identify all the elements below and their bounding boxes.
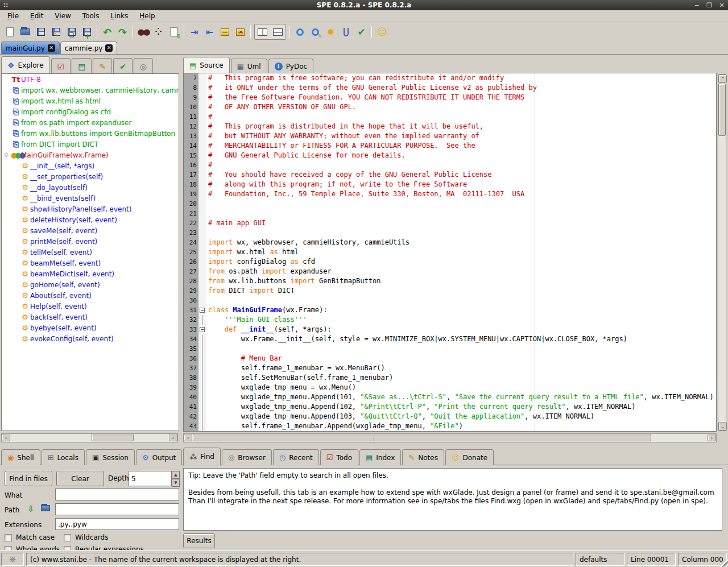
tab-donate[interactable]: ☺Donate — [445, 449, 494, 465]
tree-item[interactable]: ⚙showHistoryPanel(self, event) — [2, 204, 179, 214]
menu-edit[interactable]: Edit — [25, 11, 48, 21]
tree-item[interactable]: TtUTF-8 — [2, 74, 179, 85]
minimize-button[interactable]: ─ — [693, 2, 701, 9]
debug-button[interactable] — [308, 24, 323, 39]
tab-check[interactable]: ✔ — [113, 58, 133, 74]
split-horizontal-button[interactable] — [270, 24, 286, 39]
tree-item[interactable]: ⚙tellMe(self, event) — [2, 247, 179, 258]
tab-browser[interactable]: ◎Browser — [222, 449, 272, 465]
checkbox-box[interactable] — [5, 546, 12, 551]
browse-folder-icon[interactable] — [41, 505, 50, 511]
editor-vertical-scrollbar[interactable]: ⌃ ⌄ — [718, 74, 726, 431]
tree-item[interactable]: ⚙saveMe(self, event) — [2, 225, 179, 236]
tab-recent[interactable]: ◷Recent — [273, 449, 319, 465]
tree-item[interactable]: ⚙About(self, event) — [2, 290, 179, 301]
tree-item[interactable]: ⚙deleteHistory(self, event) — [2, 214, 179, 225]
new-file-button[interactable] — [2, 24, 18, 39]
indent-button[interactable]: ⇥ — [187, 24, 202, 39]
tree-item[interactable]: ⎘import wx.html as html — [2, 96, 179, 106]
menu-help[interactable]: Help — [134, 11, 160, 21]
file-tab-cammie.py[interactable]: cammie.py✕ — [60, 42, 118, 54]
run-button[interactable] — [292, 24, 308, 39]
tab-output[interactable]: ⚙Output — [136, 449, 182, 465]
scroll-right-arrow[interactable]: › — [708, 434, 716, 441]
fold-collapse-icon[interactable] — [200, 327, 205, 332]
attach-button[interactable] — [338, 24, 354, 39]
checkbox-box[interactable] — [64, 534, 71, 541]
tab-uml[interactable]: ▦Uml — [231, 59, 267, 73]
redo-button[interactable]: ↷ — [115, 24, 130, 39]
tree-item[interactable]: ⚙Help(self, event) — [2, 301, 179, 312]
tree-item[interactable]: ⚙beamMeDict(self, event) — [2, 268, 179, 279]
wxglade-button[interactable]: ✹ — [323, 24, 338, 39]
tree-scroll-thumb[interactable] — [92, 434, 134, 441]
menu-links[interactable]: Links — [105, 11, 133, 21]
save-button[interactable] — [33, 24, 48, 39]
tree-item[interactable]: ⚙__bind_events(self) — [2, 193, 179, 204]
scroll-right-arrow[interactable]: › — [169, 434, 177, 441]
tab-todo[interactable]: ☑Todo — [320, 449, 358, 465]
donate-button[interactable]: ☺ — [374, 24, 390, 39]
uncomment-button[interactable] — [233, 24, 248, 39]
fold-margin[interactable] — [198, 305, 206, 315]
save-all-button[interactable] — [64, 24, 79, 39]
fold-margin[interactable] — [198, 325, 206, 334]
tree-item[interactable]: ⚙byebye(self, event) — [2, 322, 179, 333]
tree-item[interactable]: ⚙__init__(self, *args) — [2, 160, 179, 171]
tree-item[interactable]: ⚙evokeConfig(self, event) — [2, 333, 179, 344]
tree-item[interactable]: ⚙__do_layout(self) — [2, 182, 179, 193]
extensions-input[interactable] — [55, 518, 179, 530]
tree-horizontal-scrollbar[interactable]: ‹ › — [1, 433, 178, 442]
checkbox-box[interactable] — [64, 546, 71, 551]
save-session-button[interactable] — [79, 24, 94, 39]
tab-index[interactable]: ▤ — [72, 58, 92, 74]
tree-item[interactable]: ⎘import wx, webbrowser, cammieHistory, c… — [2, 85, 179, 96]
tree-item[interactable]: ⎘from os.path import expanduser — [2, 117, 179, 128]
split-vertical-button[interactable] — [255, 24, 270, 39]
checkbox-wildcards[interactable]: Wildcards — [64, 533, 175, 541]
tree-item[interactable]: ⚙back(self, event) — [2, 312, 179, 322]
tab-index[interactable]: ▤Index — [359, 449, 401, 465]
save-as-button[interactable] — [48, 24, 64, 39]
path-history-icon[interactable]: ⇩ — [27, 504, 35, 514]
menu-tools[interactable]: Tools — [77, 11, 105, 21]
checkbox-regular-expressions[interactable]: Regular expressions — [64, 545, 175, 550]
editor-scroll-thumb[interactable] — [193, 434, 651, 441]
checkbox-whole-words[interactable]: Whole words — [5, 545, 64, 550]
tab-shell[interactable]: ◉Shell — [1, 449, 40, 465]
dedent-button[interactable]: ⇤ — [202, 24, 217, 39]
expander-icon[interactable]: ▽ — [2, 152, 11, 158]
tree-item[interactable]: ⎘import configDialog as cfd — [2, 106, 179, 117]
fold-collapse-icon[interactable] — [200, 308, 205, 313]
checkbox-box[interactable] — [5, 534, 12, 541]
code-editor[interactable]: 7# This program is free software; you ca… — [183, 73, 717, 432]
close-tab-icon[interactable]: ✕ — [48, 44, 55, 52]
close-button[interactable]: ✕ — [718, 2, 726, 9]
vertical-scroll-thumb[interactable] — [718, 84, 726, 136]
scroll-up-arrow[interactable]: ⌃ — [718, 75, 727, 83]
scroll-left-arrow[interactable]: ‹ — [2, 434, 10, 441]
clear-button[interactable]: Clear — [56, 471, 104, 486]
undo-button[interactable]: ↶ — [100, 24, 115, 39]
tab-source[interactable]: ▤Source — [183, 57, 230, 73]
checkbox-match-case[interactable]: Match case — [5, 533, 64, 541]
tab-notes[interactable]: ✎ — [93, 58, 112, 74]
depth-down-arrow[interactable]: ▼ — [172, 479, 180, 487]
tab-todo[interactable]: ☑ — [51, 58, 71, 74]
splitter-grip[interactable]: ⋮ — [371, 437, 377, 443]
check-button[interactable]: ✔ — [354, 24, 369, 39]
tree-item[interactable]: ⎘from DICT import DICT — [2, 139, 179, 150]
what-input[interactable] — [55, 489, 179, 500]
scroll-left-arrow[interactable]: ‹ — [184, 434, 192, 441]
depth-up-arrow[interactable]: ▲ — [172, 471, 180, 479]
menu-file[interactable]: File — [2, 11, 24, 21]
path-input[interactable] — [55, 503, 179, 515]
tree-item[interactable]: ▽●●●MainGuiFrame(wx.Frame) — [2, 150, 179, 160]
tree-item[interactable]: ⚙printMe(self, event) — [2, 236, 179, 247]
maximize-button[interactable]: ❐ — [705, 2, 713, 9]
find-in-files-button[interactable]: Find in files — [5, 471, 52, 486]
tree-item[interactable]: ⚙goHome(self, event) — [2, 279, 179, 290]
find-next-button[interactable]: ⁘ — [151, 24, 166, 39]
open-button[interactable] — [18, 24, 33, 39]
tab-notes[interactable]: ✎Notes — [402, 449, 444, 465]
